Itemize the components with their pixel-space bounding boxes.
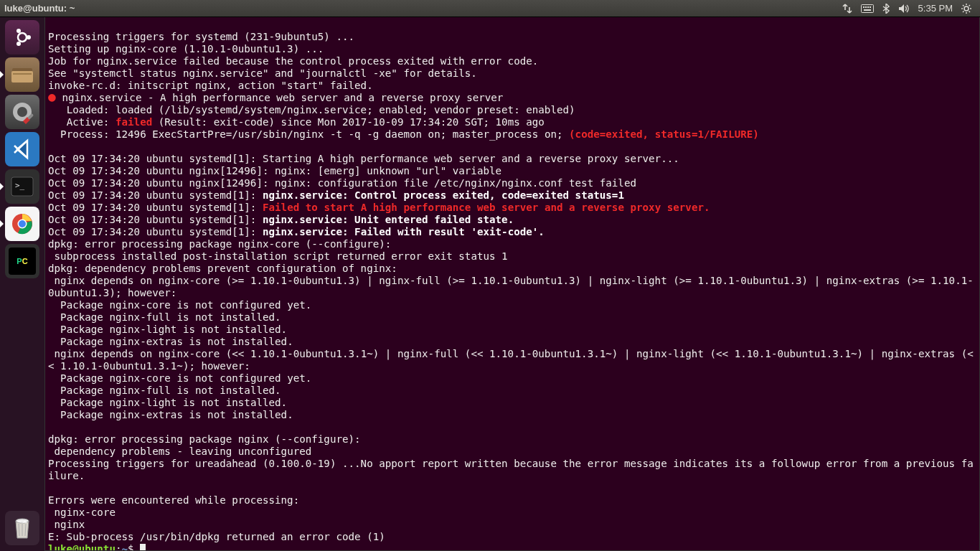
running-pip-icon <box>0 71 4 78</box>
gear-icon[interactable] <box>961 4 971 14</box>
term-line: Package nginx-core is not configured yet… <box>48 299 311 311</box>
svg-point-18 <box>17 42 21 46</box>
top-menubar: luke@ubuntu: ~ 5:35 PM <box>0 0 980 17</box>
launcher-pycharm[interactable]: PC <box>5 244 39 278</box>
term-line: Package nginx-full is not installed. <box>48 385 281 396</box>
term-line: dependency problems - leaving unconfigur… <box>48 446 311 457</box>
term-line: Oct 09 17:34:20 ubuntu systemd[1]: Start… <box>48 153 679 164</box>
network-icon[interactable] <box>842 4 852 14</box>
terminal-window[interactable]: Processing triggers for systemd (231-9ub… <box>44 17 980 551</box>
term-line: (Result: exit-code) since Mon 2017-10-09… <box>152 116 545 128</box>
svg-rect-21 <box>13 73 32 75</box>
svg-rect-1 <box>863 6 864 8</box>
term-line: Processing triggers for systemd (231-9ub… <box>48 31 354 42</box>
status-dot-icon: ● <box>48 89 56 104</box>
svg-line-12 <box>969 11 971 12</box>
term-line: nginx <box>48 519 85 530</box>
term-line: subprocess installed post-installation s… <box>48 250 508 262</box>
terminal-output[interactable]: Processing triggers for systemd (231-9ub… <box>45 17 979 551</box>
term-line: nginx depends on nginx-core (<< 1.10.1-0… <box>48 348 974 372</box>
term-line: dpkg: error processing package nginx-cor… <box>48 238 391 250</box>
launcher-settings[interactable] <box>5 95 39 129</box>
launcher-terminal[interactable]: >_ <box>5 169 39 204</box>
term-bold: nginx.service: Unit entered failed state… <box>263 214 514 225</box>
term-line: Loaded: loaded (/lib/systemd/system/ngin… <box>48 104 575 116</box>
term-line: See "systemctl status nginx.service" and… <box>48 67 477 79</box>
svg-line-11 <box>963 5 964 6</box>
term-line: Oct 09 17:34:20 ubuntu systemd[1]: <box>48 226 263 237</box>
svg-rect-5 <box>864 9 871 11</box>
term-line: nginx depends on nginx-core (>= 1.10.1-0… <box>48 275 974 298</box>
svg-point-15 <box>18 33 27 42</box>
svg-rect-20 <box>11 71 33 83</box>
term-line: nginx.service - A high performance web s… <box>56 92 504 103</box>
svg-rect-0 <box>861 4 873 12</box>
term-line: E: Sub-process /usr/bin/dpkg returned an… <box>48 531 385 542</box>
term-line: Processing triggers for ureadahead (0.10… <box>48 458 974 481</box>
svg-text:>_: >_ <box>15 181 25 190</box>
unity-launcher: >_ PC <box>0 17 44 551</box>
svg-rect-3 <box>867 6 869 8</box>
term-line: Process: 12496 ExecStartPre=/usr/sbin/ng… <box>48 128 569 140</box>
term-line: Job for nginx.service failed because the… <box>48 55 538 67</box>
term-line: dpkg: error processing package nginx (--… <box>48 433 361 445</box>
clock[interactable]: 5:35 PM <box>918 3 953 14</box>
term-line: invoke-rc.d: initscript nginx, action "s… <box>48 80 373 91</box>
term-failed: failed <box>116 116 152 128</box>
term-line: nginx-core <box>48 507 116 518</box>
term-line: Package nginx-light is not installed. <box>48 324 287 335</box>
term-line: Setting up nginx-core (1.10.1-0ubuntu1.3… <box>48 43 324 55</box>
sound-icon[interactable] <box>898 4 910 14</box>
launcher-trash[interactable] <box>5 511 39 545</box>
term-bold: nginx.service: Control process exited, c… <box>263 189 624 201</box>
prompt-sep: : <box>116 543 122 551</box>
term-line: Oct 09 17:34:20 ubuntu nginx[12496]: ngi… <box>48 165 501 176</box>
prompt-dollar: $ <box>128 543 140 551</box>
cursor[interactable] <box>140 544 146 551</box>
term-line: Active: <box>48 116 116 128</box>
term-bold: nginx.service: Failed with result 'exit-… <box>263 226 545 237</box>
svg-point-16 <box>27 35 31 39</box>
launcher-vscode[interactable] <box>5 132 39 166</box>
svg-rect-2 <box>865 6 867 8</box>
term-line: Package nginx-extras is not installed. <box>48 336 293 347</box>
term-line: Oct 09 17:34:20 ubuntu systemd[1]: <box>48 214 263 225</box>
svg-line-13 <box>963 11 964 12</box>
term-line: Package nginx-full is not installed. <box>48 311 281 323</box>
prompt-path: ~ <box>122 543 128 551</box>
term-line: Oct 09 17:34:20 ubuntu systemd[1]: <box>48 202 263 213</box>
term-line: Errors were encountered while processing… <box>48 494 299 506</box>
bluetooth-icon[interactable] <box>882 4 890 14</box>
launcher-chrome[interactable] <box>5 207 39 241</box>
term-line: Package nginx-light is not installed. <box>48 397 287 408</box>
svg-line-14 <box>969 5 971 6</box>
launcher-files[interactable] <box>5 57 39 92</box>
svg-point-17 <box>17 29 21 33</box>
term-line: Oct 09 17:34:20 ubuntu nginx[12496]: ngi… <box>48 177 636 189</box>
term-line: Package nginx-extras is not installed. <box>48 409 293 420</box>
term-line: Package nginx-core is not configured yet… <box>48 372 311 384</box>
running-pip-icon <box>0 183 4 190</box>
term-failed-start: Failed to start A high performance web s… <box>263 202 710 213</box>
window-title: luke@ubuntu: ~ <box>4 3 75 14</box>
prompt-user: luke@ubuntu <box>48 543 116 551</box>
svg-point-6 <box>964 6 969 11</box>
svg-rect-4 <box>870 6 871 8</box>
keyboard-icon[interactable] <box>861 4 874 13</box>
term-line: dpkg: dependency problems prevent config… <box>48 263 397 274</box>
launcher-ubuntu-dash[interactable] <box>5 20 39 55</box>
term-line: Oct 09 17:34:20 ubuntu systemd[1]: <box>48 189 263 201</box>
term-failure-code: (code=exited, status=1/FAILURE) <box>569 128 759 140</box>
running-pip-icon <box>0 220 4 227</box>
svg-point-27 <box>19 220 26 227</box>
